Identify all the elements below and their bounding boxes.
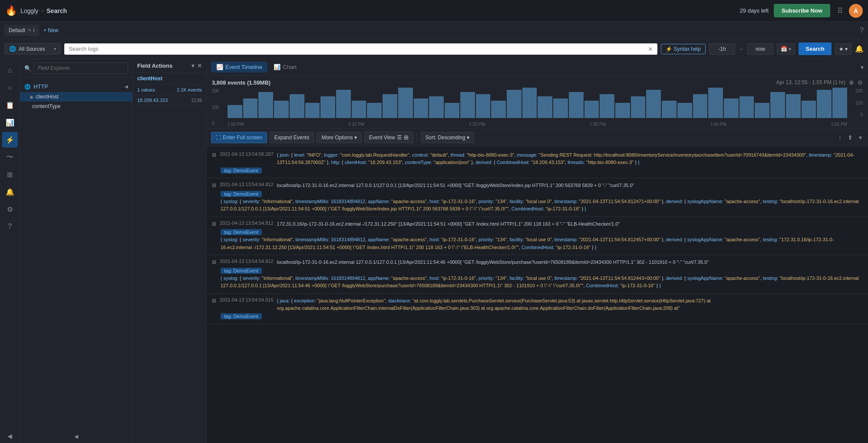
share-button[interactable]: ↑ bbox=[837, 132, 843, 143]
field-actions-dropdown-icon[interactable]: ▾ bbox=[191, 62, 195, 69]
tab-chart[interactable]: 📊 Chart bbox=[268, 62, 302, 72]
chart-bar-12[interactable] bbox=[414, 98, 429, 118]
search-button[interactable]: Search bbox=[799, 43, 831, 55]
star-button[interactable]: ★ ▾ bbox=[835, 43, 851, 55]
chart-bar-14[interactable] bbox=[445, 103, 459, 118]
chart-bar-2[interactable] bbox=[258, 92, 273, 118]
chart-bar-38[interactable] bbox=[817, 90, 832, 118]
chart-bar-13[interactable] bbox=[429, 96, 444, 118]
sort-button[interactable]: Sort: Descending ▾ bbox=[421, 132, 474, 143]
chart-bar-19[interactable] bbox=[522, 88, 537, 118]
bell-button[interactable]: 🔔 bbox=[855, 45, 864, 53]
sidebar-icon-dashboard[interactable]: 📊 bbox=[2, 115, 18, 130]
chart-bar-25[interactable] bbox=[615, 103, 630, 118]
chart-bar-18[interactable] bbox=[507, 90, 521, 118]
new-tab-button[interactable]: + New bbox=[43, 27, 58, 33]
tab-close-icon[interactable]: ✕ bbox=[28, 28, 31, 33]
timeline-collapse-icon[interactable]: ▾ bbox=[861, 64, 864, 71]
export-button[interactable]: ⬆ bbox=[846, 132, 855, 143]
sidebar-icon-home[interactable]: ⌂ bbox=[2, 62, 18, 78]
chart-bar-26[interactable] bbox=[631, 96, 646, 118]
search-input[interactable] bbox=[69, 46, 645, 52]
sidebar-icon-logs[interactable]: 📋 bbox=[2, 97, 18, 113]
chart-bar-27[interactable] bbox=[646, 90, 661, 118]
chart-bar-4[interactable] bbox=[290, 94, 304, 118]
tab-event-timeline[interactable]: 📈 Event Timeline bbox=[211, 62, 267, 72]
chart-bar-24[interactable] bbox=[600, 94, 614, 118]
chart-bar-21[interactable] bbox=[553, 98, 568, 118]
chart-bar-15[interactable] bbox=[460, 92, 475, 118]
log-entry-4: ⊞ 2021-04-13 13:54:54.015 { java: { exce… bbox=[207, 294, 868, 324]
fullscreen-button[interactable]: ⛶ Enter Full screen bbox=[211, 132, 267, 143]
chart-bar-8[interactable] bbox=[352, 101, 366, 118]
chart-bar-23[interactable] bbox=[584, 101, 599, 118]
sidebar-icon-settings[interactable]: ⚙ bbox=[2, 201, 18, 217]
more-button[interactable]: ▾ bbox=[857, 132, 864, 143]
chart-bar-5[interactable] bbox=[305, 103, 320, 118]
more-options-button[interactable]: More Options ▾ bbox=[317, 132, 361, 143]
grid-icon[interactable]: ⠿ bbox=[837, 6, 843, 16]
chart-bar-31[interactable] bbox=[708, 88, 723, 118]
chart-bar-11[interactable] bbox=[398, 88, 413, 118]
chart-bar-20[interactable] bbox=[538, 96, 552, 118]
chart-bar-22[interactable] bbox=[569, 92, 584, 118]
field-actions-close-icon[interactable]: ✕ bbox=[197, 62, 202, 69]
chart-bar-34[interactable] bbox=[755, 103, 769, 118]
log-expand-4[interactable]: ⊞ bbox=[212, 298, 216, 304]
field-group-http-header[interactable]: 🌐 HTTP ◀ bbox=[20, 81, 132, 92]
sources-dropdown[interactable]: 🌐 All Sources ▾ bbox=[4, 43, 61, 55]
sidebar-icon-help[interactable]: ? bbox=[2, 219, 18, 234]
collapse-sidebar-button[interactable]: ◀ bbox=[4, 429, 16, 443]
chart-bar-39[interactable] bbox=[832, 88, 847, 118]
chart-bar-17[interactable] bbox=[491, 101, 506, 118]
sidebar-icon-alerts[interactable]: 〜 bbox=[2, 149, 18, 165]
chart-bar-3[interactable] bbox=[274, 101, 289, 118]
chart-bar-16[interactable] bbox=[476, 94, 491, 118]
zoom-in-icon[interactable]: ⊕ bbox=[849, 79, 854, 86]
time-to-input[interactable]: now bbox=[747, 43, 773, 55]
chart-bar-0[interactable] bbox=[228, 105, 242, 118]
chart-bar-28[interactable] bbox=[662, 101, 677, 118]
log-expand-0[interactable]: ⊞ bbox=[212, 152, 216, 158]
log-expand-2[interactable]: ⊞ bbox=[212, 221, 216, 227]
chart-bar-33[interactable] bbox=[739, 96, 754, 118]
collapse-panel-button[interactable]: ◀ bbox=[20, 430, 132, 443]
chart-bar-37[interactable] bbox=[802, 101, 816, 118]
field-actions-field-name: clientHost bbox=[133, 73, 206, 85]
sidebar-icon-active[interactable]: ⚡ bbox=[2, 132, 18, 148]
chevron-left-icon: ◀ bbox=[125, 84, 128, 89]
avatar[interactable]: A bbox=[849, 4, 863, 18]
log-expand-1[interactable]: ⊞ bbox=[212, 182, 216, 188]
field-explorer-input[interactable] bbox=[34, 62, 128, 74]
field-actions-item-0[interactable]: 18.209.43.153 2139 bbox=[133, 95, 206, 105]
sidebar-icon-notifications[interactable]: 🔔 bbox=[2, 184, 18, 200]
field-item-contenttype[interactable]: contentType bbox=[20, 102, 132, 111]
tab-default[interactable]: Default ✕ ℹ bbox=[4, 25, 39, 36]
subscribe-button[interactable]: Subscribe Now bbox=[774, 4, 830, 17]
chart-bar-6[interactable] bbox=[320, 96, 335, 118]
sidebar-icon-search[interactable]: ○ bbox=[2, 80, 18, 95]
log-expand-3[interactable]: ⊞ bbox=[212, 259, 216, 265]
y-label-right-100: 100 bbox=[847, 101, 863, 105]
chart-bar-35[interactable] bbox=[770, 92, 785, 118]
calendar-button[interactable]: 📅 ▾ bbox=[777, 43, 795, 55]
tab-info-icon[interactable]: ℹ bbox=[33, 28, 35, 33]
log-content-3: localhost/ip-172-31-0-16.ec2.internal 12… bbox=[277, 259, 863, 266]
chart-bar-30[interactable] bbox=[693, 94, 708, 118]
field-item-clienthost[interactable]: ▶ clientHost bbox=[20, 92, 132, 102]
help-icon[interactable]: ? bbox=[860, 26, 864, 34]
chart-bar-9[interactable] bbox=[367, 103, 382, 118]
sidebar-icon-widgets[interactable]: ⊞ bbox=[2, 167, 18, 182]
chart-bar-7[interactable] bbox=[336, 90, 351, 118]
event-view-button[interactable]: Event View ☰ ⊞ bbox=[364, 131, 413, 143]
expand-events-button[interactable]: Expand Events bbox=[270, 132, 314, 143]
chart-bar-36[interactable] bbox=[786, 94, 801, 118]
chart-bar-1[interactable] bbox=[243, 98, 258, 118]
chart-bar-32[interactable] bbox=[724, 98, 739, 118]
syntax-help-button[interactable]: ⚡ Syntax help bbox=[661, 44, 706, 54]
chart-bar-29[interactable] bbox=[677, 103, 692, 118]
zoom-out-icon[interactable]: ⊖ bbox=[858, 79, 863, 86]
time-from-input[interactable]: -1h bbox=[709, 43, 735, 55]
search-clear-icon[interactable]: ✕ bbox=[648, 46, 653, 53]
chart-bar-10[interactable] bbox=[383, 94, 397, 118]
